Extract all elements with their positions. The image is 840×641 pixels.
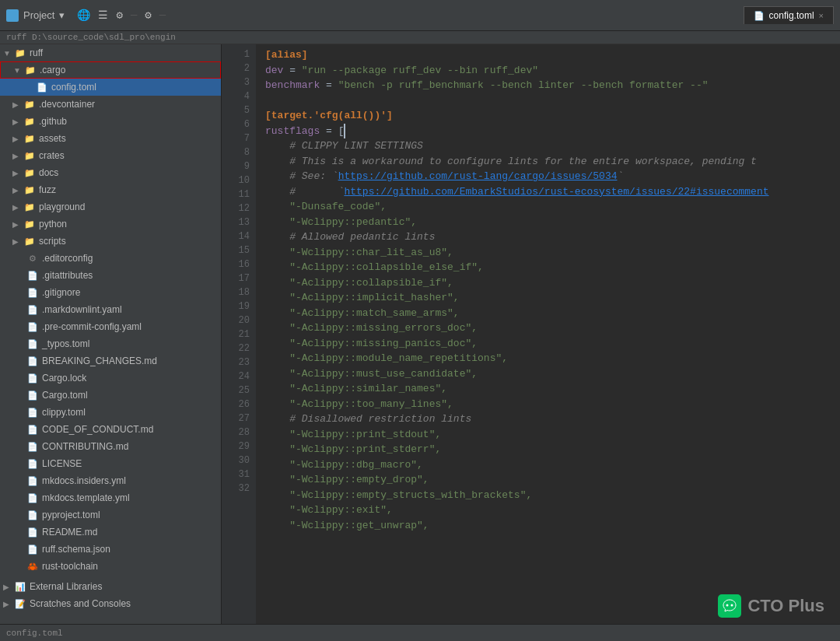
sidebar-item-fuzz[interactable]: 📁 fuzz bbox=[0, 181, 221, 198]
folder-icon-scripts: 📁 bbox=[23, 235, 36, 247]
list-icon[interactable]: ☰ bbox=[98, 9, 108, 22]
arrow-scratches bbox=[3, 600, 12, 608]
line-num-8: 8 bbox=[222, 145, 250, 159]
sidebar-item-python[interactable]: 📁 python bbox=[0, 215, 221, 233]
sidebar-item-pyproject[interactable]: 📄 pyproject.toml bbox=[0, 506, 221, 524]
sidebar-item-playground[interactable]: 📁 playground bbox=[0, 198, 221, 215]
sidebar-label-clippy-toml: clippy.toml bbox=[42, 407, 86, 418]
sidebar-item-breaking[interactable]: 📄 BREAKING_CHANGES.md bbox=[0, 352, 221, 370]
title-bar: Project ▾ 🌐 ☰ ⚙ — ⚙ — 📄 config.toml × bbox=[0, 0, 840, 31]
token-string: "-Aclippy::must_use_candidate", bbox=[265, 368, 478, 380]
tab-close-button[interactable]: × bbox=[819, 11, 824, 20]
sidebar-item-typos[interactable]: 📄 _typos.toml bbox=[0, 335, 221, 352]
sidebar-item-gitattributes[interactable]: 📄 .gitattributes bbox=[0, 267, 221, 284]
filter-icon[interactable]: ⚙ bbox=[116, 9, 122, 22]
sidebar-label-pyproject: pyproject.toml bbox=[42, 510, 100, 520]
token-string: "-Aclippy::module_name_repetitions", bbox=[265, 352, 508, 364]
line-num-19: 19 bbox=[222, 299, 250, 313]
sidebar-label-coc: CODE_OF_CONDUCT.md bbox=[42, 424, 153, 435]
sidebar-label-readme: README.md bbox=[42, 527, 97, 538]
tab-config-toml[interactable]: 📄 config.toml × bbox=[744, 6, 834, 24]
sidebar-item-coc[interactable]: 📄 CODE_OF_CONDUCT.md bbox=[0, 421, 221, 438]
token-string: "-Aclippy::collapsible_else_if", bbox=[265, 261, 484, 273]
sidebar-item-rust-toolchain[interactable]: 🦀 rust-toolchain bbox=[0, 558, 221, 575]
cursor: | bbox=[344, 124, 345, 139]
globe-icon[interactable]: 🌐 bbox=[77, 9, 90, 22]
code-line-26: "-Wclippy::print_stdout", bbox=[265, 427, 840, 443]
project-icon bbox=[6, 9, 19, 22]
sidebar-label: ruff bbox=[30, 47, 43, 58]
project-label[interactable]: Project bbox=[23, 9, 54, 21]
token-string: "-Wclippy::char_lit_as_u8", bbox=[265, 247, 453, 258]
breadcrumb-text: ruff D:\source_code\sdl_pro\engin bbox=[6, 33, 176, 42]
sidebar-item-mkdocs-template[interactable]: 📄 mkdocs.template.yml bbox=[0, 489, 221, 506]
sidebar-label-scratches: Scratches and Consoles bbox=[30, 598, 131, 609]
code-line-27: "-Wclippy::print_stderr", bbox=[265, 442, 840, 457]
sidebar-item-contributing[interactable]: 📄 CONTRIBUTING.md bbox=[0, 438, 221, 455]
code-line-7: # CLIPPY LINT SETTINGS bbox=[265, 138, 840, 154]
sidebar-item-clippy-toml[interactable]: 📄 clippy.toml bbox=[0, 404, 221, 421]
sidebar-item-license[interactable]: 📄 LICENSE bbox=[0, 455, 221, 472]
editor-content: 1 2 3 4 5 6 7 8 9 10 11 12 13 14 15 16 1… bbox=[222, 44, 840, 624]
code-line-11: "-Dunsafe_code", bbox=[265, 199, 840, 215]
file-icon-gitattributes: 📄 bbox=[26, 269, 39, 282]
sidebar-item-assets[interactable]: 📁 assets bbox=[0, 130, 221, 147]
sidebar-item-readme[interactable]: 📄 README.md bbox=[0, 524, 221, 541]
token-string: "-Wclippy::print_stdout", bbox=[265, 429, 441, 440]
sidebar-item-docs[interactable]: 📁 docs bbox=[0, 164, 221, 181]
arrow-python bbox=[12, 220, 22, 229]
sidebar-label-assets: assets bbox=[39, 133, 66, 144]
file-icon-schema: 📄 bbox=[26, 543, 39, 555]
arrow-assets bbox=[12, 135, 22, 143]
sidebar-item-precommit[interactable]: 📄 .pre-commit-config.yaml bbox=[0, 318, 221, 335]
line-num-26: 26 bbox=[222, 398, 250, 412]
sidebar-item-scratches[interactable]: 📝 Scratches and Consoles bbox=[0, 595, 221, 612]
sidebar-item-mkdocs-insiders[interactable]: 📄 mkdocs.insiders.yml bbox=[0, 472, 221, 489]
file-icon-readme: 📄 bbox=[26, 526, 39, 538]
sidebar-label-typos: _typos.toml bbox=[42, 338, 89, 349]
token-section: [alias] bbox=[265, 49, 308, 61]
arrow-cargo bbox=[13, 66, 23, 75]
line-num-29: 29 bbox=[222, 440, 250, 454]
sidebar-item-crates[interactable]: 📁 crates bbox=[0, 147, 221, 164]
sidebar-item-editorconfig[interactable]: ⚙ .editorconfig bbox=[0, 250, 221, 267]
sidebar-item-ruff-root[interactable]: 📁 ruff bbox=[0, 44, 221, 61]
sidebar-item-gitignore[interactable]: 📄 .gitignore bbox=[0, 284, 221, 301]
folder-icon-devcontainer: 📁 bbox=[23, 98, 36, 110]
sidebar-label-editorconfig: .editorconfig bbox=[42, 253, 93, 264]
arrow-playground bbox=[12, 203, 22, 212]
sidebar-label-rust-toolchain: rust-toolchain bbox=[42, 561, 98, 572]
code-area[interactable]: [alias] dev = "run --package ruff_dev --… bbox=[256, 44, 840, 624]
sidebar-item-devcontainer[interactable]: 📁 .devcontainer bbox=[0, 96, 221, 113]
svg-point-1 bbox=[731, 604, 733, 607]
main-area: 📁 ruff 📁 .cargo 📄 config.toml 📁 .devcont… bbox=[0, 44, 840, 624]
token-url: https://github.com/rust-lang/cargo/issue… bbox=[338, 170, 618, 182]
sidebar-item-cargo-folder[interactable]: 📁 .cargo bbox=[0, 61, 221, 79]
file-icon-markdownlint: 📄 bbox=[26, 303, 39, 316]
sidebar-item-markdownlint[interactable]: 📄 .markdownlint.yaml bbox=[0, 301, 221, 318]
sidebar-item-cargo-lock[interactable]: 📄 Cargo.lock bbox=[0, 370, 221, 387]
code-line-25: # Disallowed restriction lints bbox=[265, 412, 840, 427]
code-line-6: rustflags = [| bbox=[265, 124, 840, 139]
sidebar-label-docs: docs bbox=[39, 167, 58, 178]
line-num-28: 28 bbox=[222, 426, 250, 440]
sidebar-item-cargo-toml[interactable]: 📄 Cargo.toml bbox=[0, 387, 221, 404]
token-string: "-Aclippy::too_many_lines", bbox=[265, 398, 453, 410]
code-line-17: "-Aclippy::implicit_hasher", bbox=[265, 290, 840, 306]
line-num-10: 10 bbox=[222, 173, 250, 187]
sidebar-item-scripts[interactable]: 📁 scripts bbox=[0, 233, 221, 250]
sidebar-item-schema[interactable]: 📄 ruff.schema.json bbox=[0, 541, 221, 558]
sidebar-label-mkdocs-template: mkdocs.template.yml bbox=[42, 492, 130, 503]
sidebar-item-github[interactable]: 📁 .github bbox=[0, 113, 221, 130]
code-line-29: "-Wclippy::empty_drop", bbox=[265, 472, 840, 488]
settings-icon[interactable]: ⚙ bbox=[145, 9, 151, 22]
line-num-24: 24 bbox=[222, 370, 250, 384]
line-num-7: 7 bbox=[222, 131, 250, 145]
sidebar-item-config-toml[interactable]: 📄 config.toml bbox=[0, 79, 221, 96]
project-dropdown-arrow[interactable]: ▾ bbox=[59, 9, 65, 21]
tab-label: config.toml bbox=[769, 10, 814, 21]
sidebar-item-external-libs[interactable]: 📊 External Libraries bbox=[0, 578, 221, 595]
code-line-23: "-Aclippy::similar_names", bbox=[265, 381, 840, 397]
line-numbers: 1 2 3 4 5 6 7 8 9 10 11 12 13 14 15 16 1… bbox=[222, 44, 256, 624]
file-icon-external: 📊 bbox=[14, 580, 26, 593]
